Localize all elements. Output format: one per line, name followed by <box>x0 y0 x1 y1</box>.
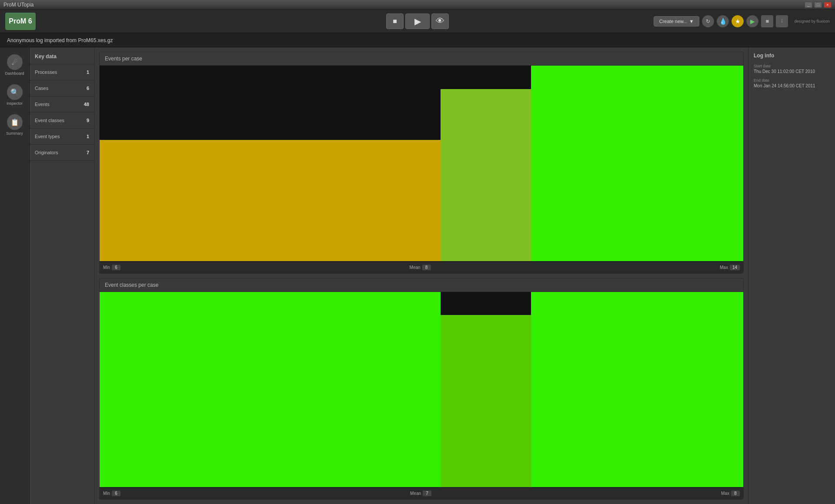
dashboard-icon: ☄ <box>7 54 23 70</box>
processes-label: Processes <box>35 70 57 75</box>
view-button[interactable]: 👁 <box>431 13 449 29</box>
events-per-case-chart: Events per case Min 6 Mean 8 <box>99 52 744 274</box>
events-max-label: Max <box>720 265 728 270</box>
grid-button[interactable]: ⁝ <box>776 15 788 27</box>
right-toolbar: Create new... ▼ ↻ 💧 ★ ▶ ■ ⁝ designed by … <box>654 15 830 27</box>
events-min-label: Min <box>103 265 110 270</box>
events-yellow-bar <box>100 140 441 261</box>
inspector-icon: 🔍 <box>7 84 23 100</box>
event-classes-label: Event classes <box>35 118 64 123</box>
create-new-button[interactable]: Create new... ▼ <box>654 16 700 27</box>
sidebar: ☄ Dashboard 🔍 Inspector 📋 Summary <box>0 47 30 504</box>
maximize-button[interactable]: □ <box>814 2 822 8</box>
processes-value: 1 <box>87 70 89 75</box>
events-per-case-footer: Min 6 Mean 8 Max 14 <box>100 261 743 273</box>
key-data-processes: Processes 1 <box>30 64 94 80</box>
prom-logo: ProM 6 <box>5 13 36 30</box>
log-info-end-date: End date Mon Jan 24 14:56:00 CET 2011 <box>754 78 830 88</box>
classes-min-label: Min <box>103 491 110 496</box>
events-value: 48 <box>84 102 89 107</box>
key-data-event-classes: Event classes 9 <box>30 112 94 128</box>
classes-mean-value: 7 <box>423 491 431 496</box>
events-max-value: 14 <box>730 265 740 270</box>
playback-controls: ■ ▶ 👁 <box>386 13 449 29</box>
event-classes-value: 9 <box>87 118 89 123</box>
key-data-title: Key data <box>30 52 94 64</box>
classes-max-label: Max <box>721 491 729 496</box>
events-min-stat: Min 6 <box>103 265 120 270</box>
log-title: Anonymous log imported from ProM65.xes.g… <box>7 37 113 43</box>
events-min-value: 6 <box>112 265 120 270</box>
summary-icon: 📋 <box>7 114 23 130</box>
classes-green-mid-bar <box>441 315 531 487</box>
refresh-button[interactable]: ↻ <box>702 15 714 27</box>
classes-mean-stat: Mean 7 <box>410 491 431 496</box>
event-types-value: 1 <box>87 134 89 139</box>
classes-green-bright-bar <box>531 292 743 487</box>
events-green-mid-bar <box>441 89 531 261</box>
event-classes-per-case-title: Event classes per case <box>100 279 743 292</box>
events-mean-value: 8 <box>422 265 431 270</box>
sidebar-item-dashboard[interactable]: ☄ Dashboard <box>2 52 27 78</box>
sidebar-inspector-label: Inspector <box>7 101 23 106</box>
events-per-case-title: Events per case <box>100 52 743 66</box>
main-layout: ☄ Dashboard 🔍 Inspector 📋 Summary Key da… <box>0 47 835 504</box>
events-mean-stat: Mean 8 <box>410 265 431 270</box>
log-info-start-date: Start date Thu Dec 30 11:02:00 CET 2010 <box>754 64 830 74</box>
classes-max-value: 8 <box>731 491 740 496</box>
classes-mean-label: Mean <box>410 491 421 496</box>
log-info-title: Log info <box>754 53 830 59</box>
key-data-originators: Originators 7 <box>30 144 94 161</box>
dropdown-icon: ▼ <box>689 19 694 24</box>
logo-text: ProM 6 <box>9 17 32 25</box>
classes-min-value: 6 <box>112 491 120 496</box>
app-title-bar: ProM UTopia <box>3 2 33 8</box>
cases-value: 6 <box>87 86 89 91</box>
key-data-event-types: Event types 1 <box>30 128 94 144</box>
create-new-label: Create new... <box>659 19 688 24</box>
event-types-label: Event types <box>35 134 60 139</box>
end-date-label: End date <box>754 78 830 83</box>
log-info-panel: Log info Start date Thu Dec 30 11:02:00 … <box>748 47 835 504</box>
subtitle-bar: Anonymous log imported from ProM65.xes.g… <box>0 33 835 47</box>
play-button[interactable]: ▶ <box>405 13 430 29</box>
play-icon: ▶ <box>414 16 421 27</box>
events-label: Events <box>35 102 50 107</box>
events-green-bright-bar <box>531 66 743 261</box>
sidebar-item-inspector[interactable]: 🔍 Inspector <box>2 82 27 108</box>
window-controls: _ □ × <box>805 2 832 8</box>
key-data-cases: Cases 6 <box>30 80 94 96</box>
event-classes-per-case-body <box>100 292 743 487</box>
eye-icon: 👁 <box>436 16 444 26</box>
classes-min-stat: Min 6 <box>103 491 120 496</box>
charts-area: Events per case Min 6 Mean 8 <box>95 47 748 504</box>
header: ProM 6 ■ ▶ 👁 Create new... ▼ ↻ 💧 ★ ▶ ■ ⁝… <box>0 10 835 33</box>
key-data-events: Events 48 <box>30 96 94 112</box>
end-date-value: Mon Jan 24 14:56:00 CET 2011 <box>754 83 830 88</box>
events-mean-label: Mean <box>410 265 421 270</box>
classes-max-stat: Max 8 <box>721 491 740 496</box>
run-button[interactable]: ▶ <box>746 15 758 27</box>
events-max-stat: Max 14 <box>720 265 740 270</box>
star-button[interactable]: ★ <box>731 15 744 27</box>
originators-value: 7 <box>87 150 89 155</box>
classes-green-wide-bar <box>100 292 441 487</box>
sidebar-summary-label: Summary <box>6 131 23 136</box>
sidebar-item-summary[interactable]: 📋 Summary <box>2 112 27 138</box>
water-button[interactable]: 💧 <box>717 15 729 27</box>
start-date-label: Start date <box>754 64 830 68</box>
event-classes-per-case-chart: Event classes per case Min 6 Mean 7 <box>99 278 744 500</box>
minimize-button[interactable]: _ <box>805 2 812 8</box>
fluxicon-label: designed by fluxicon <box>794 19 830 23</box>
title-bar: ProM UTopia _ □ × <box>0 0 835 10</box>
event-classes-per-case-footer: Min 6 Mean 7 Max 8 <box>100 487 743 499</box>
key-data-panel: Key data Processes 1 Cases 6 Events 48 E… <box>30 47 95 504</box>
originators-label: Originators <box>35 150 58 155</box>
sidebar-dashboard-label: Dashboard <box>5 71 24 76</box>
cases-label: Cases <box>35 86 48 91</box>
stop-icon: ■ <box>393 17 397 25</box>
start-date-value: Thu Dec 30 11:02:00 CET 2010 <box>754 69 830 74</box>
copy-button[interactable]: ■ <box>761 15 773 27</box>
close-button[interactable]: × <box>824 2 832 8</box>
stop-button[interactable]: ■ <box>386 13 404 29</box>
